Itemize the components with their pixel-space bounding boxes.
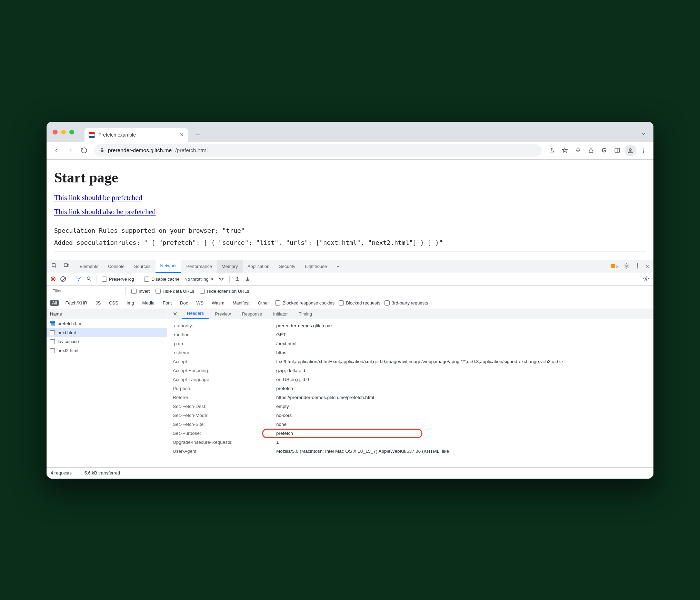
header-key: Accept-Encoding: [173,367,276,374]
header-row: Upgrade-Insecure-Requests:1 [167,438,653,447]
type-ws[interactable]: WS [194,300,206,306]
filter-toggle-icon[interactable] [76,276,81,282]
address-bar[interactable]: prerender-demos.glitch.me/prefetch.html [94,144,542,157]
network-conditions-icon[interactable] [218,276,224,283]
detail-tab-headers[interactable]: Headers [182,309,209,319]
upload-har-icon[interactable] [234,276,240,282]
network-settings-icon[interactable] [643,276,649,283]
detail-tab-response[interactable]: Response [237,309,267,319]
request-row[interactable]: prefetch.html [47,319,167,328]
detail-tab-initiator[interactable]: Initiator [268,309,293,319]
header-row: Accept:text/html,application/xhtml+xml,a… [167,357,653,366]
tab-performance[interactable]: Performance [181,260,217,273]
browser-toolbar: prerender-demos.glitch.me/prefetch.html … [47,142,653,160]
tab-console[interactable]: Console [103,260,129,273]
inspect-icon[interactable] [51,263,58,270]
type-img[interactable]: Img [124,300,136,306]
link-prefetched-1[interactable]: This link should be prefetched [54,193,142,202]
window-controls [53,130,74,134]
back-button[interactable] [51,144,62,156]
request-row[interactable]: favicon.ico [47,337,167,346]
minimize-window-icon[interactable] [61,130,66,134]
tab-network[interactable]: Network [156,260,182,273]
new-tab-button[interactable]: ＋ [192,129,204,141]
tab-sources[interactable]: Sources [129,260,156,273]
hide-extension-urls-checkbox[interactable]: Hide extension URLs [200,289,249,294]
type-doc[interactable]: Doc [178,300,190,306]
download-har-icon[interactable] [245,276,250,282]
filter-row: Invert Hide data URLs Hide extension URL… [47,286,653,297]
divider [54,251,646,251]
maximize-window-icon[interactable] [69,130,74,134]
divider [54,222,646,222]
clear-button[interactable] [60,276,66,282]
tabs-more-icon[interactable]: » [332,260,344,273]
google-icon[interactable]: G [598,144,610,156]
filter-input[interactable] [50,287,126,295]
side-panel-icon[interactable] [611,144,623,156]
type-wasm[interactable]: Wasm [210,300,226,306]
preserve-log-checkbox[interactable]: Preserve log [102,277,134,282]
header-row: Accept-Language:en-US,en;q=0.9 [167,375,653,384]
tab-lighthouse[interactable]: Lighthouse [300,260,332,273]
detail-tab-preview[interactable]: Preview [210,309,236,319]
type-font[interactable]: Font [161,300,174,306]
header-key: Sec-Fetch-Dest: [173,403,276,410]
svg-rect-0 [101,150,103,152]
search-icon[interactable] [86,276,92,282]
tab-memory[interactable]: Memory [217,260,243,273]
overflow-menu-icon[interactable] [638,144,649,156]
profile-avatar[interactable] [624,144,636,156]
close-devtools-icon[interactable]: ✕ [646,264,649,269]
header-value: https://prerender-demos.glitch.me/prefet… [276,394,648,401]
detail-tab-timing[interactable]: Timing [294,309,317,319]
type-manifest[interactable]: Manifest [230,300,251,306]
type-other[interactable]: Other [256,300,271,306]
hide-data-urls-checkbox[interactable]: Hide data URLs [156,289,194,294]
type-all[interactable]: All [50,300,59,306]
header-row: User-Agent:Mozilla/5.0 (Macintosh; Intel… [167,447,653,456]
reload-button[interactable] [78,144,90,156]
tab-elements[interactable]: Elements [75,260,103,273]
browser-tab[interactable]: Prefetch example ✕ [84,128,188,142]
tabs-dropdown-icon[interactable] [640,131,647,138]
link-prefetched-2[interactable]: This link should also be prefetched [54,208,156,216]
labs-icon[interactable] [585,144,597,156]
blocked-cookies-checkbox[interactable]: Blocked response cookies [275,300,334,306]
share-icon[interactable] [546,144,558,156]
record-toggle[interactable] [51,277,56,281]
request-row[interactable]: next.html [47,328,167,337]
throttling-select[interactable]: No throttling ▾ [184,277,214,282]
request-detail-pane: ✕ Headers Preview Response Initiator Tim… [167,309,653,467]
device-toggle-icon[interactable] [63,263,70,270]
settings-icon[interactable] [623,263,630,270]
forward-button[interactable] [64,144,76,156]
blocked-requests-checkbox[interactable]: Blocked requests [339,300,380,306]
disable-cache-checkbox[interactable]: Disable cache [144,277,180,282]
third-party-checkbox[interactable]: 3rd-party requests [384,300,428,306]
type-js[interactable]: JS [93,300,103,306]
detail-tabs: ✕ Headers Preview Response Initiator Tim… [167,309,653,319]
svg-point-2 [629,149,631,151]
devtools-tabs: Elements Console Sources Network Perform… [47,260,653,273]
devtools-menu-icon[interactable] [634,263,641,270]
header-key: Purpose: [173,385,276,392]
headers-pane[interactable]: :authority:prerender-demos.glitch.me:met… [167,319,653,467]
star-icon[interactable] [559,144,571,156]
column-name-header[interactable]: Name [47,309,167,319]
type-media[interactable]: Media [140,300,157,306]
invert-checkbox[interactable]: Invert [131,289,150,294]
type-fetch[interactable]: Fetch/XHR [63,300,89,306]
tab-close-icon[interactable]: ✕ [180,132,184,138]
close-window-icon[interactable] [53,130,58,134]
tab-security[interactable]: Security [274,260,300,273]
extensions-icon[interactable] [572,144,584,156]
type-css[interactable]: CSS [107,300,120,306]
request-row[interactable]: next2.html [47,346,167,355]
close-detail-icon[interactable]: ✕ [169,311,181,317]
status-request-count: 4 requests [51,470,78,476]
header-value: prefetch [276,430,648,437]
tab-application[interactable]: Application [243,260,274,273]
tab-title: Prefetch example [98,132,136,138]
warnings-badge[interactable]: 2 [611,264,619,269]
